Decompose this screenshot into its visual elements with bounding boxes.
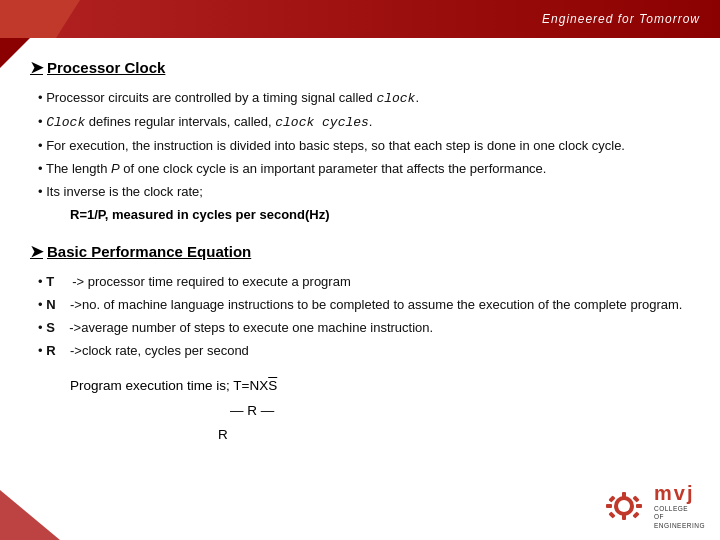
- processor-clock-heading: ➤ Processor Clock: [30, 58, 690, 77]
- svg-rect-9: [608, 511, 615, 518]
- exec-equation: Program execution time is; T=NXS: [70, 374, 690, 398]
- bpe-item-R: R ->clock rate, cycles per second: [38, 340, 690, 363]
- heading-arrow-1: ➤: [30, 58, 43, 77]
- svg-rect-6: [636, 504, 642, 508]
- bullet-1: Processor circuits are controlled by a t…: [38, 87, 690, 110]
- logo-icon: [600, 486, 648, 526]
- svg-rect-4: [622, 514, 626, 520]
- logo-area: mvj COLLEGEOFENGINEERING: [600, 482, 705, 530]
- logo-sub-text: COLLEGEOFENGINEERING: [654, 505, 705, 530]
- svg-rect-7: [608, 495, 615, 502]
- header-bar: Engineered for Tomorrow: [0, 0, 720, 38]
- bpe-item-N: N ->no. of machine language instructions…: [38, 294, 690, 317]
- svg-marker-0: [0, 490, 60, 540]
- processor-clock-section: ➤ Processor Clock Processor circuits are…: [30, 58, 690, 222]
- processor-clock-bullets: Processor circuits are controlled by a t…: [30, 87, 690, 203]
- exec-r-label: R: [218, 423, 690, 447]
- main-content: ➤ Processor Clock Processor circuits are…: [0, 38, 720, 540]
- program-exec-formula: Program execution time is; T=NXS ― R ― R: [70, 374, 690, 447]
- bullet-3: For execution, the instruction is divide…: [38, 135, 690, 157]
- formula-hz: R=1/P, measured in cycles per second(Hz): [70, 207, 690, 222]
- bpe-title: Basic Performance Equation: [47, 243, 251, 260]
- bpe-heading: ➤ Basic Performance Equation: [30, 242, 690, 261]
- logo-mvj-text: mvj: [654, 482, 694, 505]
- logo-text: mvj COLLEGEOFENGINEERING: [654, 482, 705, 530]
- exec-r: ― R ―: [230, 399, 690, 423]
- svg-rect-10: [632, 511, 639, 518]
- bpe-item-S: S ->average number of steps to execute o…: [38, 317, 690, 340]
- svg-rect-3: [622, 492, 626, 498]
- heading-arrow-2: ➤: [30, 242, 43, 261]
- header-tagline: Engineered for Tomorrow: [542, 12, 700, 26]
- svg-rect-5: [606, 504, 612, 508]
- bpe-list: T -> processor time required to execute …: [30, 271, 690, 362]
- bullet-2: Clock defines regular intervals, called,…: [38, 111, 690, 134]
- bottom-left-decoration: [0, 490, 60, 540]
- bullet-4: The length P of one clock cycle is an im…: [38, 158, 690, 180]
- svg-point-2: [618, 500, 630, 512]
- processor-clock-title: Processor Clock: [47, 59, 165, 76]
- bpe-item-T: T -> processor time required to execute …: [38, 271, 690, 294]
- svg-rect-8: [632, 495, 639, 502]
- bullet-5: Its inverse is the clock rate;: [38, 181, 690, 203]
- bpe-section: ➤ Basic Performance Equation T -> proces…: [30, 242, 690, 447]
